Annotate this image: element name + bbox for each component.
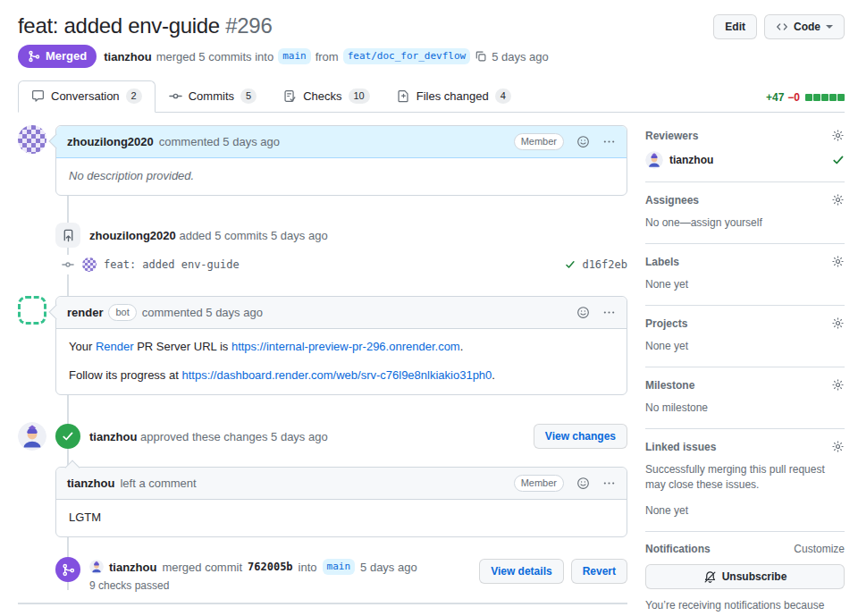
header-actions: Edit Code bbox=[713, 13, 845, 39]
labels-section: Labels None yet bbox=[645, 244, 845, 306]
kebab-menu-icon[interactable] bbox=[602, 135, 616, 148]
assignees-empty-text[interactable]: No one—assign yourself bbox=[645, 215, 845, 231]
reviewers-gear-icon[interactable] bbox=[831, 129, 845, 142]
file-diff-icon bbox=[397, 89, 410, 103]
pr-header: feat: added env-guide #296 Edit Code bbox=[18, 13, 845, 39]
copy-branch-icon[interactable] bbox=[475, 50, 487, 63]
checks-passed-toggle[interactable]: 9 checks passed bbox=[89, 579, 417, 592]
conversation-timeline: zhouzilong2020 commented 5 days ago Memb… bbox=[18, 125, 627, 616]
pr-number: #296 bbox=[225, 13, 272, 38]
author-link[interactable]: tianzhou bbox=[104, 50, 151, 63]
tab-conversation[interactable]: Conversation 2 bbox=[18, 80, 156, 113]
diff-deletions: −0 bbox=[787, 91, 800, 104]
kebab-menu-icon[interactable] bbox=[602, 477, 616, 490]
merged-status-badge: Merged bbox=[18, 45, 97, 68]
view-details-button[interactable]: View details bbox=[479, 559, 563, 584]
edit-button[interactable]: Edit bbox=[713, 14, 757, 39]
commit-avatar[interactable] bbox=[82, 257, 97, 272]
unsubscribe-button[interactable]: Unsubscribe bbox=[645, 564, 845, 589]
bot-badge: bot bbox=[108, 304, 136, 321]
notifications-description: You’re receiving notifications because y… bbox=[645, 598, 845, 616]
projects-gear-icon[interactable] bbox=[831, 316, 845, 330]
bot-comment-body: Your Render PR Server URL is https://int… bbox=[56, 329, 627, 394]
notifications-section: Notifications Customize Unsubscribe You’… bbox=[645, 532, 845, 616]
diffstat: +47 −0 bbox=[766, 91, 845, 112]
chevron-down-icon bbox=[826, 25, 833, 29]
linked-issues-empty-text: None yet bbox=[645, 503, 845, 519]
milestone-empty-text: No milestone bbox=[645, 401, 845, 416]
milestone-gear-icon[interactable] bbox=[831, 378, 845, 392]
comment-author-link[interactable]: zhouzilong2020 bbox=[67, 134, 154, 150]
conversation-count: 2 bbox=[126, 89, 142, 104]
diffstat-blocks bbox=[805, 94, 845, 101]
labels-gear-icon[interactable] bbox=[831, 255, 845, 268]
comment-icon bbox=[31, 89, 45, 103]
files-changed-count: 4 bbox=[495, 89, 511, 104]
reviewers-section: Reviewers tianzhou bbox=[645, 129, 845, 182]
code-button[interactable]: Code bbox=[764, 14, 845, 39]
customize-link[interactable]: Customize bbox=[794, 543, 845, 555]
base-branch-label[interactable]: main bbox=[323, 559, 356, 575]
approved-check-icon bbox=[832, 154, 845, 166]
preview-url-link[interactable]: https://internal-preview-pr-296.onrender… bbox=[231, 340, 460, 353]
revert-button[interactable]: Revert bbox=[571, 559, 627, 584]
git-merge-icon bbox=[28, 50, 40, 63]
pr-page: feat: added env-guide #296 Edit Code Mer… bbox=[0, 0, 858, 616]
repo-push-icon bbox=[55, 223, 80, 248]
comment-author-link[interactable]: render bbox=[67, 305, 103, 321]
emoji-reaction-icon[interactable] bbox=[576, 135, 590, 148]
merge-event: tianzhou merged commit 762005b into main… bbox=[18, 557, 627, 592]
dashboard-url-link[interactable]: https://dashboard.render.com/web/srv-c76… bbox=[181, 368, 492, 382]
pr-title-text: feat: added env-guide bbox=[18, 13, 220, 38]
assignees-gear-icon[interactable] bbox=[831, 193, 845, 207]
git-merge-icon bbox=[55, 557, 80, 582]
member-badge: Member bbox=[514, 133, 564, 150]
render-link[interactable]: Render bbox=[96, 340, 134, 353]
event-author-link[interactable]: zhouzilong2020 bbox=[89, 229, 176, 242]
avatar-tianzhou-small[interactable] bbox=[89, 560, 104, 574]
op-comment-body: No description provided. bbox=[69, 169, 194, 182]
event-author-link[interactable]: tianzhou bbox=[89, 430, 137, 443]
assignees-section: Assignees No one—assign yourself bbox=[645, 182, 845, 244]
base-branch-label[interactable]: main bbox=[278, 48, 311, 64]
bot-comment-header: render bot commented 5 days ago bbox=[56, 297, 627, 329]
avatar-tianzhou-small[interactable] bbox=[645, 151, 663, 169]
pr-status-row: Merged tianzhou merged 5 commits into ma… bbox=[18, 45, 845, 68]
projects-empty-text: None yet bbox=[645, 339, 845, 354]
event-author-link[interactable]: tianzhou bbox=[109, 561, 156, 574]
comment-author-link[interactable]: tianzhou bbox=[67, 476, 114, 492]
labels-empty-text: None yet bbox=[645, 277, 845, 292]
linked-issues-gear-icon[interactable] bbox=[831, 440, 845, 453]
check-icon[interactable] bbox=[565, 259, 576, 270]
emoji-reaction-icon[interactable] bbox=[576, 477, 590, 490]
view-changes-button[interactable]: View changes bbox=[534, 424, 627, 449]
review-comment: tianzhou left a comment Member LGTM bbox=[18, 467, 627, 537]
merged-sha[interactable]: 762005b bbox=[248, 561, 293, 573]
linked-issues-description: Successfully merging this pull request m… bbox=[645, 462, 845, 493]
tab-commits[interactable]: Commits 5 bbox=[156, 80, 270, 113]
timeline-divider bbox=[18, 603, 627, 604]
linked-issues-section: Linked issues Successfully merging this … bbox=[645, 429, 845, 532]
reviewer-name-link[interactable]: tianzhou bbox=[669, 154, 826, 166]
checklist-icon bbox=[283, 89, 297, 103]
commits-count: 5 bbox=[240, 89, 257, 104]
reviewer-row: tianzhou bbox=[645, 151, 845, 169]
pr-tabs: Conversation 2 Commits 5 Checks 10 Files… bbox=[18, 80, 845, 113]
tab-files-changed[interactable]: Files changed 4 bbox=[383, 80, 525, 113]
avatar-tianzhou[interactable] bbox=[18, 422, 46, 451]
emoji-reaction-icon[interactable] bbox=[576, 306, 590, 319]
op-comment-header: zhouzilong2020 commented 5 days ago Memb… bbox=[56, 126, 627, 158]
checks-count: 10 bbox=[349, 89, 370, 104]
avatar-zhouzilong2020[interactable] bbox=[18, 125, 46, 154]
commits-added-event: zhouzilong2020 added 5 commits 5 days ag… bbox=[18, 223, 627, 248]
avatar-render-bot[interactable] bbox=[18, 296, 46, 325]
kebab-menu-icon[interactable] bbox=[602, 306, 616, 319]
code-icon bbox=[776, 21, 788, 33]
commit-message-link[interactable]: feat: added env-guide bbox=[104, 258, 240, 271]
review-comment-header: tianzhou left a comment Member bbox=[56, 468, 627, 500]
projects-section: Projects None yet bbox=[645, 306, 845, 367]
commit-sha-link[interactable]: d16f2eb bbox=[582, 258, 627, 271]
head-branch-label[interactable]: feat/doc_for_devflow bbox=[343, 48, 470, 64]
tab-checks[interactable]: Checks 10 bbox=[270, 80, 383, 113]
op-comment: zhouzilong2020 commented 5 days ago Memb… bbox=[18, 125, 627, 196]
